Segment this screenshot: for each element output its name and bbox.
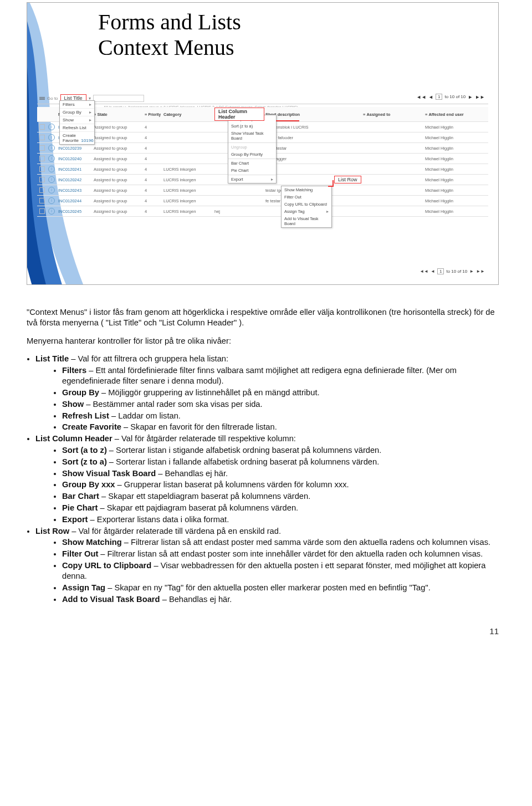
info-icon[interactable]: i — [48, 124, 55, 130]
top-pager: ◄◄ ◄ 1 to 10 of 10 ► ►► — [416, 94, 485, 100]
row-av: Add to Visual Task Board – Behandlas ej … — [62, 594, 499, 605]
ctx-pie-chart[interactable]: Pie Chart — [228, 167, 276, 174]
col-priority[interactable]: ≡Priority — [145, 112, 162, 117]
cell-number[interactable]: INC0120242 — [58, 177, 93, 182]
ctx-item-refresh-list[interactable]: Refresh List — [60, 124, 94, 132]
col-assigned[interactable]: ≡Assigned to — [363, 112, 424, 117]
row-checkbox[interactable] — [39, 177, 45, 182]
cell-state: Assigned to group — [94, 156, 144, 161]
col-pie: Pie Chart – Skapar ett pajdiagram basera… — [62, 503, 499, 513]
row-cu: Copy URL to Clipboard – Visar webbadress… — [62, 560, 499, 581]
context-menu-row[interactable]: Show Matching Filter Out Copy URL to Cli… — [281, 186, 332, 228]
ctx-show-vtb[interactable]: Show Visual Task Board — [228, 130, 276, 142]
info-icon[interactable]: i — [48, 176, 55, 183]
info-icon[interactable]: i — [48, 145, 55, 151]
document-body: "Context Menus" i listor fås fram genom … — [27, 307, 499, 604]
row-checkbox[interactable] — [39, 208, 45, 214]
row-checkbox[interactable] — [39, 124, 45, 130]
table-header-row: Number ≡State ≡Priority Category List Co… — [37, 107, 488, 122]
cell-asg-group: hej — [214, 209, 264, 214]
row-checkbox[interactable] — [39, 145, 45, 151]
cell-priority: 4 — [145, 156, 162, 161]
page-number-box[interactable]: 1 — [436, 94, 442, 100]
col-category[interactable]: Category — [163, 112, 213, 117]
slide-title-line1: Forms and Lists — [98, 9, 241, 34]
row-fo: Filter Out – Filtrerar listan så att end… — [62, 549, 499, 559]
cell-priority: 4 — [145, 188, 162, 193]
app-topbar: Go to List Title ▾ ◄◄ ◄ 1 to 10 of 10 ► … — [37, 93, 488, 104]
table-row[interactable]: iINC0120244Assigned to group4LUCRIS inko… — [37, 196, 488, 206]
row-checkbox[interactable] — [39, 198, 45, 203]
callout-list-col-header: List Column Header — [214, 108, 264, 121]
ctx-item-group-by[interactable]: Group By▸ — [60, 109, 94, 116]
cell-number[interactable]: INC0120243 — [58, 188, 93, 193]
row-checkbox[interactable] — [39, 156, 45, 161]
slide-title-line2: Context Menus — [98, 35, 234, 60]
ctx-bar-chart[interactable]: Bar Chart — [228, 160, 276, 167]
row-checkbox[interactable] — [39, 135, 45, 140]
prev-page-icon[interactable]: ◄ — [431, 269, 435, 274]
page-range: to 10 of 10 — [444, 94, 466, 99]
search-input[interactable] — [93, 95, 144, 102]
context-menu-column-header[interactable]: Sort (a to z) Sort (z to a) Show Visual … — [228, 115, 277, 183]
next-page-icon[interactable]: ► — [468, 94, 473, 100]
ctx-group-by-priority[interactable]: Group By Priority — [228, 151, 276, 158]
info-icon[interactable]: i — [48, 187, 55, 193]
info-icon[interactable]: i — [48, 155, 55, 162]
ctx-sort-za[interactable]: Sort (z to a) — [228, 123, 276, 130]
cell-number[interactable]: INC0120241 — [58, 167, 93, 172]
cell-affected-user: Michael Higglin — [425, 198, 486, 203]
first-page-icon[interactable]: ◄◄ — [416, 94, 426, 100]
cell-affected-user: Michael Higglin — [425, 135, 486, 140]
col-state[interactable]: ≡State — [94, 112, 144, 117]
info-icon[interactable]: i — [48, 134, 55, 141]
cell-priority: 4 — [145, 125, 162, 130]
last-page-icon[interactable]: ►► — [476, 269, 485, 274]
cell-short-desc: Björn testar — [265, 146, 362, 151]
ctx-ungroup[interactable]: Ungroup — [228, 144, 276, 151]
col-sza: Sort (z to a) – Sorterar listan i fallan… — [62, 457, 499, 467]
lt-createfav: Create Favorite – Skapar en favorit för … — [62, 422, 499, 432]
info-icon[interactable]: i — [48, 166, 55, 172]
ctx-item-filters[interactable]: Filters▸ — [60, 101, 94, 109]
cell-priority: 4 — [145, 135, 162, 140]
col-bar: Bar Chart – Skapar ett stapeldiagram bas… — [62, 491, 499, 502]
prev-page-icon[interactable]: ◄ — [428, 94, 433, 100]
col-asggroup[interactable]: List Column Header — [214, 108, 264, 121]
ctx-show-matching[interactable]: Show Matching — [282, 186, 331, 193]
bullet-list-title: List Title – Val för att filtrera och gr… — [35, 354, 499, 432]
goto-label: Go to — [47, 96, 58, 101]
hamburger-icon[interactable] — [39, 96, 45, 100]
cell-number[interactable]: INC0120239 — [58, 146, 93, 151]
info-icon[interactable]: i — [48, 208, 55, 215]
cell-state: Assigned to group — [94, 135, 144, 140]
col-affected[interactable]: ≡Affected end user — [425, 112, 486, 117]
cell-affected-user: Michael Higglin — [425, 167, 486, 172]
ctx-add-vtb[interactable]: Add to Visual Task Board — [282, 215, 331, 227]
next-page-icon[interactable]: ► — [469, 269, 474, 274]
ctx-item-create-favorite[interactable]: Create Favorite 10196 — [60, 132, 94, 144]
row-checkbox[interactable] — [39, 166, 45, 172]
last-page-icon[interactable]: ►► — [475, 94, 485, 100]
row-checkbox[interactable] — [39, 187, 45, 193]
ctx-copy-url[interactable]: Copy URL to Clipboard — [282, 201, 331, 208]
cell-number[interactable]: INC0120245 — [58, 209, 93, 214]
cell-affected-user: Michael Higglin — [425, 125, 486, 130]
first-page-icon[interactable]: ◄◄ — [420, 269, 428, 274]
page-number-box[interactable]: 1 — [437, 268, 444, 274]
ctx-export[interactable]: Export▸ — [228, 176, 276, 183]
cell-number[interactable]: INC0120244 — [58, 198, 93, 203]
cell-number[interactable]: INC0120240 — [58, 156, 93, 161]
table-row[interactable]: iINC0120245Assigned to group4LUCRIS inko… — [37, 206, 488, 217]
ctx-assign-tag[interactable]: Assign Tag▸ — [282, 208, 331, 215]
info-icon[interactable]: i — [48, 197, 55, 204]
cell-state: Assigned to group — [94, 198, 144, 203]
bullet-col-header: List Column Header – Val för åtgärder re… — [35, 433, 499, 525]
ctx-item-show[interactable]: Show▸ — [60, 116, 94, 124]
cell-short-desc: Metatagger — [265, 156, 362, 161]
col-shortdesc[interactable]: Short description — [265, 112, 362, 117]
context-menu-list-title[interactable]: Filters▸ Group By▸ Show▸ Refresh List Cr… — [59, 100, 95, 145]
cell-priority: 4 — [145, 167, 162, 172]
table-row[interactable]: iINC0120243Assigned to group4LUCRIS inko… — [37, 185, 488, 196]
ctx-filter-out[interactable]: Filter Out — [282, 193, 331, 201]
